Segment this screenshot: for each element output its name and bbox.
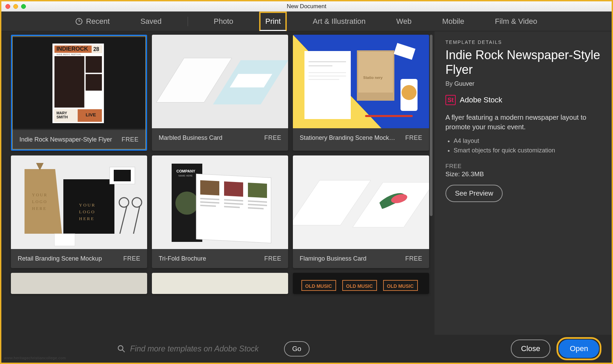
- template-card[interactable]: [11, 273, 147, 294]
- svg-rect-8: [86, 56, 102, 73]
- dialog-footer: Go Close Open: [1, 335, 612, 363]
- template-card[interactable]: Statio nery Stationery Branding Scene Mo…: [293, 35, 429, 151]
- svg-text:MARY: MARY: [57, 111, 67, 115]
- svg-rect-24: [309, 65, 332, 66]
- template-card[interactable]: COMPANY NAME HERE: [152, 155, 288, 268]
- svg-point-81: [118, 346, 123, 350]
- svg-rect-7: [54, 56, 84, 107]
- template-card[interactable]: OLD MUSIC OLD MUSIC OLD MUSIC: [293, 273, 429, 294]
- adobe-stock-icon: St: [445, 95, 456, 105]
- main-content: INDIEROCK 28 INDIE MUSIC FESTIVAL MARY: [1, 31, 612, 335]
- details-price: FREE: [445, 163, 601, 170]
- adobe-stock-label: Adobe Stock: [460, 96, 502, 104]
- svg-rect-27: [309, 79, 339, 80]
- svg-rect-49: [54, 234, 75, 246]
- template-thumbnail: OLD MUSIC OLD MUSIC OLD MUSIC: [293, 273, 429, 294]
- tab-divider: [188, 17, 188, 26]
- svg-rect-10: [86, 92, 102, 98]
- svg-text:LIVE: LIVE: [86, 112, 96, 117]
- open-highlight: Open: [556, 337, 601, 360]
- svg-rect-34: [365, 115, 413, 117]
- adobe-stock-badge[interactable]: St Adobe Stock: [445, 95, 601, 105]
- svg-text:LOGO: LOGO: [32, 199, 47, 204]
- template-price: FREE: [264, 255, 281, 262]
- svg-rect-9: [86, 74, 102, 91]
- tab-recent[interactable]: Recent: [71, 14, 114, 29]
- svg-rect-46: [114, 170, 131, 181]
- stock-search: Go: [1, 341, 511, 357]
- template-price: FREE: [405, 255, 422, 262]
- tab-mobile[interactable]: Mobile: [437, 14, 469, 29]
- template-name: Tri-Fold Brochure: [159, 255, 206, 262]
- template-price: FREE: [405, 134, 422, 142]
- svg-text:YOUR: YOUR: [79, 202, 96, 208]
- svg-rect-29: [358, 52, 393, 93]
- svg-text:Statio
nery: Statio nery: [363, 76, 383, 80]
- tab-saved[interactable]: Saved: [136, 14, 166, 29]
- tab-label: Mobile: [442, 17, 464, 26]
- tab-label: Recent: [86, 17, 110, 26]
- grid-scrollbar[interactable]: [430, 35, 433, 294]
- bullet-item: A4 layout: [454, 136, 601, 146]
- template-card[interactable]: [152, 273, 288, 294]
- details-title: Indie Rock Newspaper-Style Flyer: [445, 48, 601, 77]
- template-card[interactable]: INDIEROCK 28 INDIE MUSIC FESTIVAL MARY: [11, 35, 147, 151]
- template-card[interactable]: YOUR LOGO HERE YOUR LOGO HERE Retail: [11, 155, 147, 268]
- by-label: By: [445, 80, 454, 87]
- template-caption: Flamingo Business Card FREE: [293, 249, 429, 268]
- details-heading: TEMPLATE DETAILS: [445, 39, 601, 45]
- template-card[interactable]: Flamingo Business Card FREE: [293, 155, 429, 268]
- go-button[interactable]: Go: [284, 341, 310, 357]
- template-thumbnail: INDIEROCK 28 INDIE MUSIC FESTIVAL MARY: [13, 36, 145, 130]
- tab-label: Saved: [140, 17, 161, 26]
- template-caption: Tri-Fold Brochure FREE: [152, 249, 288, 268]
- template-thumbnail: [152, 273, 288, 294]
- search-input[interactable]: [130, 344, 273, 353]
- tab-film[interactable]: Film & Video: [490, 14, 542, 29]
- template-thumbnail: [293, 155, 429, 249]
- svg-text:HERE: HERE: [79, 216, 95, 221]
- details-description: A flyer featuring a modern newspaper lay…: [445, 113, 601, 132]
- svg-text:INDIEROCK: INDIEROCK: [57, 46, 88, 52]
- svg-rect-25: [309, 72, 346, 73]
- template-caption: Retail Branding Scene Mockup FREE: [11, 249, 147, 268]
- tab-web[interactable]: Web: [392, 14, 416, 29]
- svg-rect-23: [309, 61, 346, 62]
- details-size: Size: 26.3MB: [445, 170, 601, 178]
- window-title: New Document: [1, 3, 612, 10]
- footer-actions: Close Open: [511, 337, 612, 360]
- svg-text:LOGO: LOGO: [79, 209, 95, 214]
- tab-label: Film & Video: [495, 17, 537, 26]
- template-thumbnail: YOUR LOGO HERE YOUR LOGO HERE: [11, 155, 147, 249]
- window-titlebar: New Document: [1, 1, 612, 12]
- tab-art[interactable]: Art & Illustration: [308, 14, 370, 29]
- tab-print[interactable]: Print: [259, 12, 287, 31]
- tab-label: Art & Illustration: [313, 17, 365, 26]
- svg-text:HERE: HERE: [32, 206, 47, 211]
- see-preview-button[interactable]: See Preview: [445, 185, 503, 202]
- svg-rect-72: [11, 273, 147, 294]
- author-name: Guuver: [454, 80, 474, 87]
- template-thumbnail: [11, 273, 147, 294]
- template-details-pane: TEMPLATE DETAILS Indie Rock Newspaper-St…: [435, 31, 612, 335]
- template-name: Stationery Branding Scene Mock…: [300, 134, 395, 142]
- open-button[interactable]: Open: [559, 340, 599, 358]
- svg-text:INDIE MUSIC FESTIVAL: INDIE MUSIC FESTIVAL: [57, 54, 81, 55]
- tab-photo[interactable]: Photo: [209, 14, 238, 29]
- category-tabs: Recent Saved Photo Print Art & Illustrat…: [1, 12, 612, 31]
- svg-rect-56: [200, 180, 219, 196]
- template-caption: Indie Rock Newspaper-Style Flyer FREE: [13, 130, 145, 149]
- svg-text:OLD MUSIC: OLD MUSIC: [346, 283, 373, 289]
- template-thumbnail: Statio nery: [293, 35, 429, 128]
- template-name: Indie Rock Newspaper-Style Flyer: [19, 136, 112, 143]
- template-caption: Stationery Branding Scene Mock… FREE: [293, 128, 429, 147]
- template-price: FREE: [123, 255, 140, 262]
- svg-rect-73: [152, 273, 288, 294]
- template-thumbnail: [152, 35, 288, 128]
- svg-text:SMITH: SMITH: [57, 115, 68, 119]
- bullet-item: Smart objects for quick customization: [454, 146, 601, 155]
- template-card[interactable]: Marbled Business Card FREE: [152, 35, 288, 151]
- svg-text:YOUR: YOUR: [32, 193, 48, 197]
- close-button[interactable]: Close: [511, 340, 550, 358]
- svg-text:28: 28: [93, 46, 99, 52]
